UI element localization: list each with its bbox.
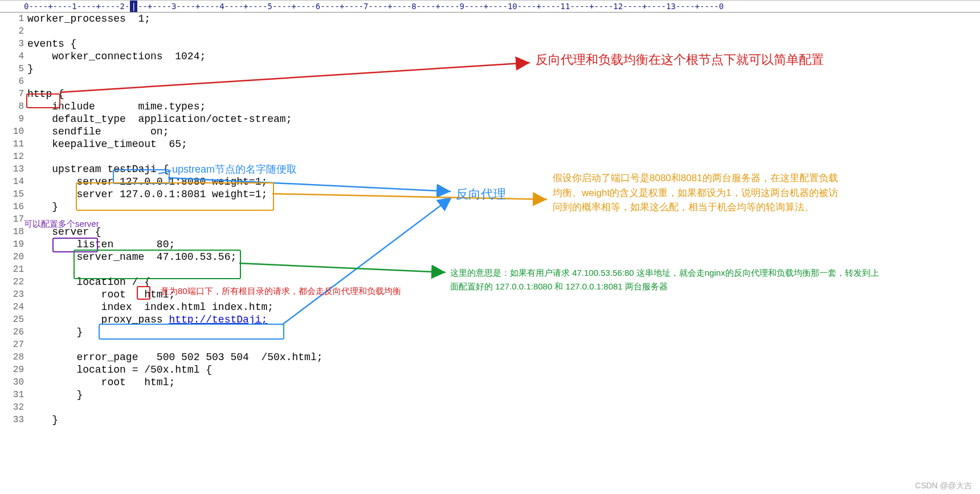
note-http-root: 反向代理和负载均衡在这个根节点下就可以简单配置 xyxy=(536,51,824,68)
code-line: 6 xyxy=(0,75,980,88)
code-text: default_type application/octet-stream; xyxy=(27,113,980,125)
code-text: root html; xyxy=(27,376,980,389)
line-number: 1 xyxy=(0,13,27,25)
code-line: 30 root html; xyxy=(0,376,980,389)
code-line: 1worker_processes 1; xyxy=(0,13,980,25)
box-upstream-servers xyxy=(76,182,274,211)
code-text: location = /50x.html { xyxy=(27,364,980,376)
line-number: 5 xyxy=(0,63,27,75)
line-number: 25 xyxy=(0,313,27,326)
code-line: 29 location = /50x.html { xyxy=(0,364,980,376)
code-line: 4 worker_connections 1024; xyxy=(0,50,980,63)
box-location-slash xyxy=(137,286,150,300)
code-line: 3events { xyxy=(0,38,980,50)
code-text: worker_processes 1; xyxy=(27,13,980,25)
line-number: 12 xyxy=(0,150,27,163)
ruler: 0----+----1----+----2-|--+----3----+----… xyxy=(0,0,980,13)
line-number: 28 xyxy=(0,351,27,364)
line-number: 16 xyxy=(0,201,27,213)
line-number: 11 xyxy=(0,138,27,150)
note-upstream-explain: 假设你启动了端口号是8080和8081的两台服务器，在这里配置负载均衡。weig… xyxy=(553,171,843,215)
code-line: 27 xyxy=(0,338,980,351)
note-reverse-proxy: 反向代理 xyxy=(456,186,506,203)
note-upstream-name: upstream节点的名字随便取 xyxy=(172,162,297,176)
line-number: 33 xyxy=(0,414,27,426)
note-multiple-server: 可以配置多个server xyxy=(24,219,99,230)
code-line: 7http { xyxy=(0,88,980,100)
code-text: } xyxy=(27,389,980,401)
code-line: 2 xyxy=(0,25,980,38)
code-line: 17 xyxy=(0,213,980,226)
code-text xyxy=(27,75,980,88)
code-text: keepalive_timeout 65; xyxy=(27,138,980,150)
code-line: 18 server { xyxy=(0,226,980,238)
line-number: 6 xyxy=(0,75,27,88)
code-text: error_page 500 502 503 504 /50x.html; xyxy=(27,351,980,364)
code-line: 8 include mime.types; xyxy=(0,100,980,113)
line-number: 17 xyxy=(0,213,27,226)
line-number: 26 xyxy=(0,326,27,338)
code-text: } xyxy=(27,414,980,426)
code-text xyxy=(27,25,980,38)
code-text: listen 80; xyxy=(27,238,980,251)
line-number: 9 xyxy=(0,113,27,125)
code-line: 10 sendfile on; xyxy=(0,125,980,138)
note-server-explain: 这里的意思是：如果有用户请求 47.100.53.56:80 这串地址，就会走n… xyxy=(450,266,883,293)
line-number: 14 xyxy=(0,175,27,188)
line-number: 21 xyxy=(0,263,27,276)
line-number: 23 xyxy=(0,288,27,301)
code-line: 24 index index.html index.htm; xyxy=(0,301,980,313)
box-http-keyword xyxy=(26,93,60,108)
line-number: 20 xyxy=(0,251,27,263)
code-line: 32 xyxy=(0,401,980,414)
code-line: 31 } xyxy=(0,389,980,401)
code-text: server { xyxy=(27,226,980,238)
line-number: 2 xyxy=(0,25,27,38)
line-number: 19 xyxy=(0,238,27,251)
code-line: 33 } xyxy=(0,414,980,426)
code-line: 19 listen 80; xyxy=(0,238,980,251)
line-number: 7 xyxy=(0,88,27,100)
line-number: 30 xyxy=(0,376,27,389)
line-number: 18 xyxy=(0,226,27,238)
code-text: sendfile on; xyxy=(27,125,980,138)
ruler-caret: | xyxy=(130,1,137,12)
code-text: include mime.types; xyxy=(27,100,980,113)
editor: 1worker_processes 1;23events {4 worker_c… xyxy=(0,13,980,426)
code-text xyxy=(27,338,980,351)
code-line: 12 xyxy=(0,150,980,163)
code-text: http { xyxy=(27,88,980,100)
note-location-explain: 意为80端口下，所有根目录的请求，都会走反向代理和负载均衡 xyxy=(161,286,401,297)
line-number: 24 xyxy=(0,301,27,313)
line-number: 31 xyxy=(0,389,27,401)
code-line: 5} xyxy=(0,63,980,75)
line-number: 8 xyxy=(0,100,27,113)
line-number: 13 xyxy=(0,163,27,175)
watermark: CSDN @@大吉 xyxy=(915,481,972,491)
code-text: } xyxy=(27,63,980,75)
line-number: 10 xyxy=(0,125,27,138)
line-number: 29 xyxy=(0,364,27,376)
code-text xyxy=(27,150,980,163)
code-line: 28 error_page 500 502 503 504 /50x.html; xyxy=(0,351,980,364)
box-server-block xyxy=(74,250,241,279)
line-number: 3 xyxy=(0,38,27,50)
line-number: 32 xyxy=(0,401,27,414)
code-text: index index.html index.htm; xyxy=(27,301,980,313)
code-text: events { xyxy=(27,38,980,50)
code-text: worker_connections 1024; xyxy=(27,50,980,63)
code-line: 11 keepalive_timeout 65; xyxy=(0,138,980,150)
line-number: 22 xyxy=(0,276,27,288)
code-text xyxy=(27,401,980,414)
line-number: 15 xyxy=(0,188,27,201)
code-text xyxy=(27,213,980,226)
code-line: 9 default_type application/octet-stream; xyxy=(0,113,980,125)
box-proxy-pass xyxy=(99,324,284,340)
line-number: 4 xyxy=(0,50,27,63)
line-number: 27 xyxy=(0,338,27,351)
